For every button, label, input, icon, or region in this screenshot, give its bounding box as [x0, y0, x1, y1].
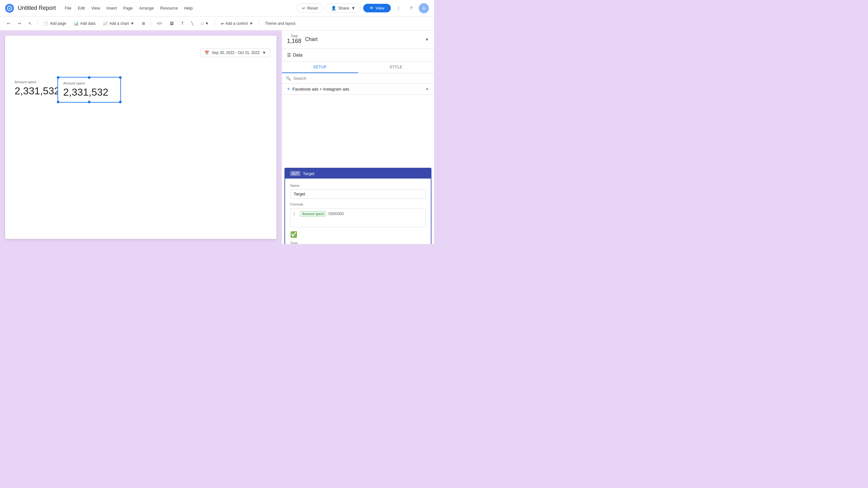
resize-handle-tr[interactable]	[119, 76, 122, 79]
target-dialog: AUT Target Name Formula 1 Amount spent /…	[284, 168, 431, 244]
formula-label: Formula	[290, 202, 426, 206]
add-control-dropdown-icon: ▼	[249, 21, 253, 26]
formula-chip: Amount spent	[300, 211, 326, 217]
formula-rest: /3000000	[328, 211, 344, 216]
search-bar: 🔍	[282, 74, 434, 84]
name-label: Name	[290, 184, 426, 188]
avatar[interactable]: A	[419, 3, 429, 13]
tab-setup[interactable]: SETUP	[282, 62, 358, 73]
calendar-icon: 📅	[205, 51, 209, 55]
text-button[interactable]: T	[178, 20, 187, 27]
target-body: Name Formula 1 Amount spent /3000000 ✅ T…	[285, 178, 431, 244]
menu-page[interactable]: Page	[121, 4, 135, 12]
menu-help[interactable]: Help	[182, 4, 195, 12]
image-button[interactable]: 🖼	[167, 20, 177, 27]
target-title: Target	[303, 171, 314, 176]
scorecard-static-label: Amount spent	[14, 80, 60, 84]
menu-edit[interactable]: Edit	[75, 4, 87, 12]
resize-handle-br[interactable]	[119, 101, 122, 103]
scorecard-selected[interactable]: Amount spent 2,331,532	[58, 77, 121, 103]
data-section-icon: ☰	[287, 52, 291, 58]
more-options-button[interactable]: ⋮	[393, 3, 404, 13]
select-tool[interactable]: ↖	[25, 20, 35, 27]
toolbar-divider-4	[259, 20, 259, 27]
add-page-button[interactable]: 📄 Add page	[40, 20, 69, 27]
redo-button[interactable]: ↪	[14, 20, 24, 27]
menu-resource[interactable]: Resource	[158, 4, 181, 12]
view-icon: 👁	[370, 6, 374, 10]
target-header: AUT Target	[285, 168, 431, 178]
data-source-row: + Facebook ads + Instagram ads ✕	[282, 84, 434, 95]
date-range-dropdown-icon: ▼	[262, 51, 266, 55]
resize-handle-tm[interactable]	[88, 76, 91, 79]
menu-bar: File Edit View Insert Page Arrange Resou…	[62, 4, 195, 12]
add-chart-dropdown-icon: ▼	[130, 21, 134, 26]
menu-view[interactable]: View	[89, 4, 102, 12]
type-label: Type	[290, 241, 426, 244]
canvas-area: 📅 Sep 30, 2022 - Oct 31, 2022 ▼ Amount s…	[0, 30, 282, 244]
reset-button[interactable]: ↩ Reset	[297, 3, 323, 13]
panel-collapse-button[interactable]: ▼	[425, 37, 429, 42]
add-chart-icon: 📈	[103, 21, 107, 26]
share-dropdown-icon: ▼	[351, 6, 355, 10]
reset-icon: ↩	[302, 6, 305, 10]
scorecard-selected-value: 2,331,532	[63, 86, 115, 98]
total-badge: Total 1,168	[287, 34, 301, 45]
chart-panel-title: Chart	[305, 36, 421, 42]
resize-handle-bm[interactable]	[88, 101, 91, 103]
search-icon: 🔍	[286, 76, 291, 81]
menu-arrange[interactable]: Arrange	[136, 4, 156, 12]
help-button[interactable]: ?	[406, 3, 416, 13]
menu-insert[interactable]: Insert	[104, 4, 119, 12]
formula-line: 1 Amount spent /3000000	[293, 211, 423, 217]
toolbar-divider-1	[37, 20, 38, 27]
app-logo	[5, 4, 14, 13]
data-source-close-button[interactable]: ✕	[426, 87, 429, 91]
formula-area[interactable]: 1 Amount spent /3000000	[290, 208, 426, 227]
add-page-icon: 📄	[43, 21, 48, 26]
right-panel-scrollable: AUT Target Name Formula 1 Amount spent /…	[282, 95, 434, 244]
scorecard-selected-label: Amount spent	[63, 81, 115, 85]
undo-button[interactable]: ↩	[4, 20, 13, 27]
tab-style[interactable]: STYLE	[358, 62, 434, 73]
target-auto-label: AUT	[290, 171, 300, 176]
line-button[interactable]: ╲	[188, 20, 196, 27]
add-control-button[interactable]: ⇌ Add a control ▼	[217, 20, 256, 27]
main-layout: 📅 Sep 30, 2022 - Oct 31, 2022 ▼ Amount s…	[0, 30, 434, 244]
share-button[interactable]: 👤 Share ▼	[326, 3, 361, 13]
add-data-icon: 📊	[74, 21, 79, 26]
top-bar: Untitled Report File Edit View Insert Pa…	[0, 0, 434, 17]
data-source-name[interactable]: Facebook ads + Instagram ads	[292, 87, 423, 91]
theme-layout-button[interactable]: Theme and layout	[261, 20, 299, 27]
scorecard-static: Amount spent 2,331,532	[14, 80, 60, 97]
toolbar-divider-3	[215, 20, 215, 27]
data-section-header: ☰ Data	[282, 49, 434, 62]
date-range-control[interactable]: 📅 Sep 30, 2022 - Oct 31, 2022 ▼	[200, 48, 270, 57]
resize-handle-bl[interactable]	[57, 101, 59, 103]
add-chart-button[interactable]: 📈 Add a chart ▼	[100, 20, 137, 27]
add-data-button[interactable]: 📊 Add data	[70, 20, 98, 27]
top-actions: ↩ Reset 👤 Share ▼ 👁 View ⋮ ? A	[297, 3, 429, 13]
shape-dropdown-icon: ▼	[205, 21, 209, 26]
scorecard-static-value: 2,331,532	[14, 85, 60, 97]
panel-tabs: SETUP STYLE	[282, 62, 434, 74]
formula-line-num: 1	[293, 211, 298, 216]
share-icon: 👤	[331, 6, 336, 10]
view-button[interactable]: 👁 View	[363, 4, 391, 12]
total-value: 1,168	[287, 38, 301, 45]
total-label: Total	[291, 34, 298, 38]
search-input[interactable]	[293, 76, 430, 81]
resize-handle-tl[interactable]	[57, 76, 59, 79]
components-button[interactable]: ⊞	[139, 20, 148, 27]
svg-point-1	[9, 8, 10, 9]
canvas-page: 📅 Sep 30, 2022 - Oct 31, 2022 ▼ Amount s…	[5, 36, 277, 239]
shape-button[interactable]: □ ▼	[198, 20, 212, 27]
menu-file[interactable]: File	[62, 4, 74, 12]
data-source-icon: +	[287, 86, 290, 92]
embed-button[interactable]: </>	[154, 20, 165, 27]
validation-check-icon: ✅	[290, 231, 426, 238]
report-title[interactable]: Untitled Report	[18, 5, 56, 11]
right-panel: Total 1,168 Chart ▼ ☰ Data SETUP STYLE 🔍…	[282, 30, 434, 244]
add-control-icon: ⇌	[221, 21, 224, 26]
name-input[interactable]	[290, 189, 426, 199]
